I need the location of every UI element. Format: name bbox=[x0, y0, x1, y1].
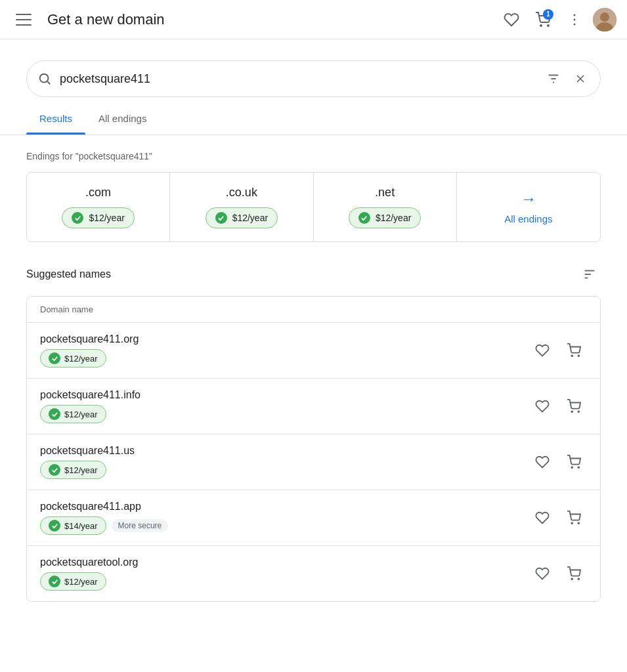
price-text-0: $12/year bbox=[64, 354, 98, 364]
favorite-domain-button-0[interactable] bbox=[529, 337, 555, 364]
svg-point-19 bbox=[578, 355, 579, 356]
check-icon-4 bbox=[49, 576, 60, 587]
check-icon-2 bbox=[49, 464, 60, 476]
domain-name-3: pocketsquare411.app bbox=[40, 501, 168, 513]
ending-ext-com: .com bbox=[85, 186, 111, 200]
ending-net[interactable]: .net $12/year bbox=[314, 173, 457, 242]
ending-price-net: $12/year bbox=[349, 207, 421, 228]
favorite-domain-button-2[interactable] bbox=[529, 449, 555, 475]
avatar[interactable] bbox=[593, 8, 616, 32]
all-endings-cell[interactable]: → All endings bbox=[457, 173, 600, 242]
domain-actions-3 bbox=[529, 505, 587, 531]
price-badge-3: $14/year bbox=[40, 516, 106, 535]
add-to-cart-button-1[interactable] bbox=[561, 393, 587, 419]
heart-icon-1 bbox=[535, 399, 550, 413]
avatar-image bbox=[593, 8, 616, 32]
sort-button[interactable] bbox=[578, 263, 601, 285]
clear-button[interactable] bbox=[571, 70, 590, 88]
price-badge-4: $12/year bbox=[40, 572, 106, 591]
ending-ext-couk: .co.uk bbox=[226, 186, 257, 200]
add-to-cart-button-4[interactable] bbox=[561, 560, 587, 587]
more-options-button[interactable] bbox=[561, 7, 588, 33]
favorite-domain-button-3[interactable] bbox=[529, 505, 555, 531]
header-right: 1 bbox=[498, 7, 616, 33]
price-text-1: $12/year bbox=[64, 410, 98, 419]
domain-ext-4: .org bbox=[120, 556, 139, 568]
price-badge-0: $12/year bbox=[40, 349, 106, 368]
ending-price-text-net: $12/year bbox=[376, 213, 411, 223]
ending-couk[interactable]: .co.uk $12/year bbox=[170, 173, 313, 242]
check-icon-0 bbox=[49, 352, 60, 364]
domain-ext-1: .info bbox=[121, 389, 141, 400]
svg-point-0 bbox=[540, 25, 542, 26]
domain-info-2: pocketsquare411.us $12/year bbox=[40, 445, 135, 479]
menu-button[interactable] bbox=[11, 7, 37, 33]
cart-icon-0 bbox=[567, 343, 581, 358]
domain-info-1: pocketsquare411.info $12/year bbox=[40, 389, 141, 423]
filter-button[interactable] bbox=[544, 69, 563, 89]
price-text-3: $14/year bbox=[64, 521, 98, 531]
ending-price-couk: $12/year bbox=[205, 207, 278, 228]
endings-label: Endings for "pocketsquare411" bbox=[26, 151, 601, 161]
add-to-cart-button-0[interactable] bbox=[561, 337, 587, 364]
svg-point-22 bbox=[571, 467, 573, 468]
tab-results[interactable]: Results bbox=[26, 102, 85, 135]
domain-list-header: Domain name bbox=[27, 297, 600, 323]
domain-price-row-4: $12/year bbox=[40, 572, 138, 591]
search-bar bbox=[26, 60, 601, 97]
domain-name-1: pocketsquare411.info bbox=[40, 389, 141, 401]
svg-point-23 bbox=[578, 467, 579, 468]
tabs-container: Results All endings bbox=[0, 102, 627, 135]
domain-base-2: pocketsquare411 bbox=[40, 445, 121, 456]
domain-price-row-1: $12/year bbox=[40, 405, 141, 423]
more-icon bbox=[567, 12, 582, 28]
heart-icon-4 bbox=[535, 566, 550, 581]
domain-list: Domain name pocketsquare411.org $12/year bbox=[26, 296, 601, 602]
svg-line-9 bbox=[47, 81, 50, 84]
page-title: Get a new domain bbox=[47, 11, 165, 28]
cart-icon-2 bbox=[567, 455, 581, 469]
header-left: Get a new domain bbox=[11, 7, 165, 33]
svg-point-25 bbox=[578, 522, 579, 524]
domain-price-row-3: $14/year More secure bbox=[40, 516, 168, 535]
add-to-cart-button-2[interactable] bbox=[561, 449, 587, 475]
cart-icon-1 bbox=[567, 399, 581, 413]
domain-actions-1 bbox=[529, 393, 587, 419]
domain-info-4: pocketsquaretool.org $12/year bbox=[40, 556, 138, 591]
favorite-button[interactable] bbox=[498, 7, 525, 33]
endings-section: Endings for "pocketsquare411" .com $12/y… bbox=[0, 135, 627, 258]
domain-ext-0: .org bbox=[121, 333, 139, 345]
domain-ext-3: .app bbox=[121, 501, 141, 512]
heart-icon-2 bbox=[535, 455, 550, 469]
svg-point-24 bbox=[571, 522, 573, 524]
domain-actions-0 bbox=[529, 337, 587, 364]
check-icon-couk bbox=[215, 212, 227, 224]
price-text-2: $12/year bbox=[64, 465, 98, 475]
favorite-domain-button-1[interactable] bbox=[529, 393, 555, 419]
domain-actions-4 bbox=[529, 560, 587, 587]
tab-all-endings[interactable]: All endings bbox=[85, 102, 160, 135]
suggested-header: Suggested names bbox=[0, 258, 627, 296]
favorite-domain-button-4[interactable] bbox=[529, 560, 555, 587]
check-icon-com bbox=[72, 212, 83, 224]
domain-base-4: pocketsquaretool bbox=[40, 556, 120, 568]
heart-icon-0 bbox=[535, 343, 550, 358]
search-input[interactable] bbox=[60, 72, 536, 86]
ending-com[interactable]: .com $12/year bbox=[27, 173, 170, 242]
table-row: pocketsquare411.app $14/year More secure bbox=[27, 490, 600, 546]
add-to-cart-button-3[interactable] bbox=[561, 505, 587, 531]
heart-icon-3 bbox=[535, 511, 550, 525]
domain-price-row-0: $12/year bbox=[40, 349, 139, 368]
svg-point-6 bbox=[600, 12, 609, 22]
check-icon-3 bbox=[49, 520, 60, 532]
svg-point-27 bbox=[578, 578, 579, 579]
table-row: pocketsquare411.org $12/year bbox=[27, 323, 600, 379]
svg-point-21 bbox=[578, 411, 579, 412]
cart-icon-4 bbox=[567, 566, 581, 581]
domain-name-4: pocketsquaretool.org bbox=[40, 556, 138, 568]
ending-price-text-com: $12/year bbox=[89, 213, 124, 223]
search-icon bbox=[37, 72, 52, 86]
check-icon-1 bbox=[49, 408, 60, 420]
sort-icon bbox=[582, 267, 597, 282]
cart-button[interactable]: 1 bbox=[530, 7, 556, 33]
